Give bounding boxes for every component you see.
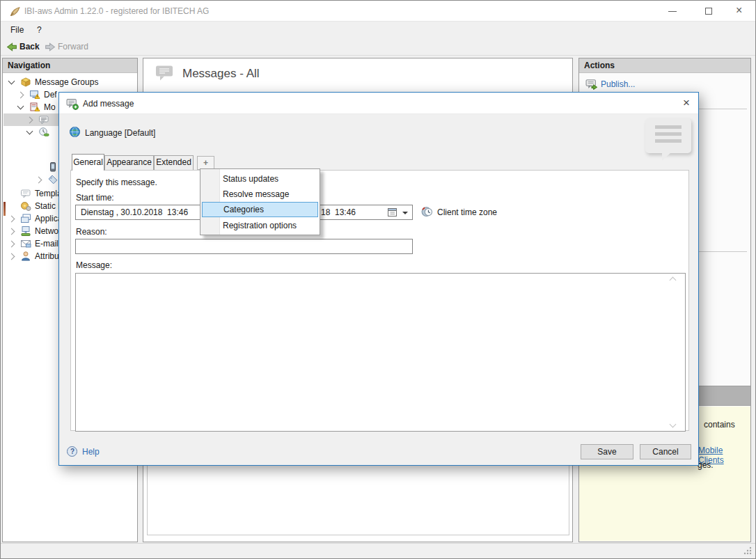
network-icon: [20, 226, 31, 237]
static-messages-icon: [20, 200, 31, 212]
scroll-up-icon[interactable]: [670, 277, 677, 284]
chevron-right-icon[interactable]: [8, 216, 15, 223]
specify-message-text: Specify this message.: [76, 178, 157, 187]
clock-key-icon: [38, 127, 49, 138]
tab-appearance[interactable]: Appearance: [104, 155, 154, 170]
screen-artifact: [3, 202, 6, 216]
actions-header: Actions: [579, 58, 750, 73]
dialog-title: Add message: [83, 99, 134, 109]
status-bar: [1, 543, 755, 558]
chevron-right-icon[interactable]: [17, 92, 24, 99]
back-icon: [6, 41, 17, 53]
close-icon: ×: [736, 4, 742, 17]
help-icon: [67, 446, 77, 457]
add-tab-dropdown-menu: Status updates Resolve message Categorie…: [200, 168, 320, 235]
client-time-zone-icon: [421, 205, 433, 217]
menu-item-label: Resolve message: [223, 189, 289, 199]
chevron-down-icon[interactable]: [17, 103, 24, 110]
help-link[interactable]: Help: [82, 447, 100, 457]
general-tab-panel: Specify this message. Start time: Dienst…: [70, 170, 689, 431]
tree-item-message-groups[interactable]: Message Groups: [3, 76, 136, 88]
client-time-zone-label: Client time zone: [437, 207, 497, 217]
reason-input[interactable]: [75, 239, 413, 254]
end-time-value: 18 13:46: [321, 205, 356, 219]
menu-item-label: Categories: [223, 205, 264, 214]
mobile-phone-icon: [47, 162, 58, 173]
calendar-dropdown-arrow-icon[interactable]: [402, 212, 408, 214]
app-window: IBI-aws Admin 1.22.0 - registered for IB…: [0, 0, 756, 559]
start-time-label: Start time:: [76, 193, 114, 203]
chevron-down-icon[interactable]: [8, 78, 15, 85]
calendar-icon: [388, 207, 397, 217]
reason-label: Reason:: [76, 227, 107, 237]
add-message-icon: [66, 97, 79, 110]
globe-icon: [69, 126, 81, 138]
page-title: Messages - All: [182, 67, 260, 81]
message-textarea[interactable]: [75, 273, 686, 432]
app-icon: [9, 6, 21, 17]
tree-item-label: E-mail: [35, 237, 58, 250]
message-label: Message:: [76, 260, 112, 270]
message-groups-icon: [20, 77, 31, 88]
chevron-right-icon[interactable]: [36, 177, 42, 184]
applications-icon: [20, 213, 31, 224]
window-close-button[interactable]: ×: [729, 1, 753, 21]
publish-icon: [585, 78, 597, 90]
navigation-header: Navigation: [3, 58, 137, 73]
message-icon: [38, 114, 49, 125]
menu-file[interactable]: File: [10, 25, 24, 35]
minimize-button[interactable]: [661, 1, 684, 21]
template-icon: [20, 188, 31, 199]
messages-header-icon: [155, 65, 173, 81]
note-text-fragment: ges.: [698, 460, 714, 470]
save-button[interactable]: Save: [581, 444, 633, 459]
chevron-right-icon[interactable]: [8, 241, 15, 248]
document-warning-icon: [29, 102, 40, 113]
title-bar[interactable]: IBI-aws Admin 1.22.0 - registered for IB…: [1, 1, 755, 22]
email-icon: [20, 238, 31, 249]
attributes-icon: [20, 251, 31, 262]
tree-item-label: Templa: [35, 187, 62, 200]
add-message-dialog: Add message × Language [Default] General…: [58, 92, 699, 466]
menu-help[interactable]: ?: [37, 25, 42, 35]
cancel-button[interactable]: Cancel: [640, 444, 691, 459]
dialog-title-bar[interactable]: Add message ×: [59, 93, 698, 114]
tree-item-label: Def: [44, 88, 57, 101]
forward-button[interactable]: Forward: [58, 42, 88, 52]
menu-item-status-updates[interactable]: Status updates: [201, 171, 319, 187]
chevron-down-icon[interactable]: [26, 128, 33, 135]
back-button[interactable]: Back: [19, 42, 40, 52]
tree-item-label: Message Groups: [35, 76, 98, 88]
forward-icon: [44, 41, 56, 53]
minimize-icon: [668, 11, 677, 12]
tree-item-label: Attribu: [35, 250, 59, 262]
resize-grip-icon[interactable]: [743, 546, 753, 556]
toolbar: Back Forward: [1, 40, 755, 56]
menu-item-registration-options[interactable]: Registration options: [201, 218, 319, 233]
tree-item-label: Netwo: [35, 225, 58, 237]
tab-add-button[interactable]: +: [197, 156, 214, 170]
tab-general[interactable]: General: [72, 154, 104, 171]
tab-extended[interactable]: Extended: [154, 155, 194, 170]
maximize-icon: [705, 8, 712, 15]
menu-item-label: Status updates: [223, 174, 278, 184]
monitor-warning-icon: [29, 89, 40, 100]
maximize-button[interactable]: [697, 1, 720, 21]
scroll-down-icon[interactable]: [670, 421, 677, 428]
message-watermark-icon: [645, 118, 691, 153]
chevron-right-icon[interactable]: [26, 117, 33, 124]
window-title: IBI-aws Admin 1.22.0 - registered for IB…: [24, 6, 209, 16]
note-text-fragment: contains: [704, 420, 735, 430]
language-label: Language [Default]: [85, 128, 155, 138]
tree-item-label: Mo: [44, 101, 56, 113]
menu-bar: File ?: [1, 22, 755, 40]
dialog-close-button[interactable]: ×: [683, 96, 690, 110]
publish-link[interactable]: Publish...: [601, 79, 635, 89]
chevron-right-icon[interactable]: [8, 228, 15, 235]
menu-item-label: Registration options: [223, 221, 297, 230]
menu-item-categories[interactable]: Categories: [202, 202, 318, 217]
menu-item-resolve-message[interactable]: Resolve message: [201, 187, 319, 202]
chevron-right-icon[interactable]: [8, 253, 15, 260]
tag-icon: [47, 174, 58, 185]
